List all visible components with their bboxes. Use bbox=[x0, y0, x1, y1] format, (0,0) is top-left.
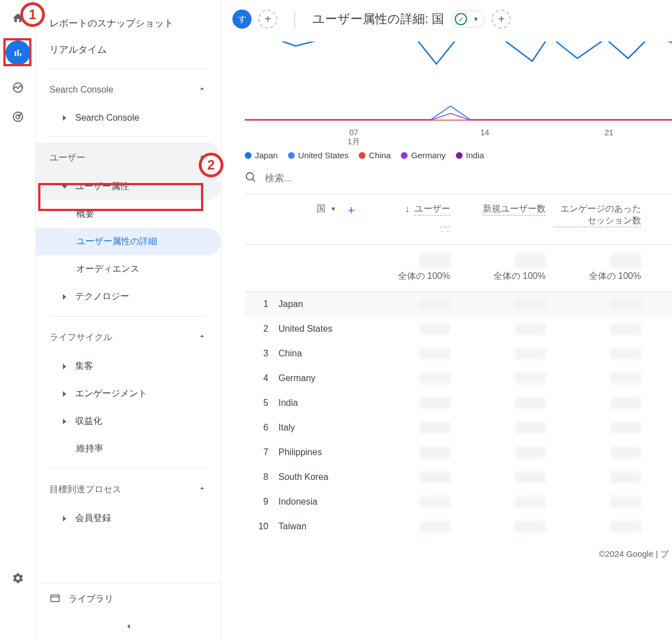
home-icon[interactable] bbox=[11, 11, 25, 25]
divider bbox=[294, 11, 295, 28]
settings-icon[interactable] bbox=[11, 571, 25, 585]
advertising-icon[interactable] bbox=[11, 110, 25, 123]
sidebar-item-audience[interactable]: オーディエンス bbox=[36, 255, 221, 283]
dimension-header[interactable]: 国 ▼ + bbox=[245, 203, 363, 235]
explore-icon[interactable] bbox=[11, 81, 25, 94]
caret-right-icon bbox=[63, 364, 66, 369]
sidebar-item-retention[interactable]: 維持率 bbox=[36, 435, 221, 463]
redacted-value bbox=[610, 299, 641, 310]
add-comparison-button[interactable]: + bbox=[492, 10, 511, 29]
sidebar-item-label: 収益化 bbox=[75, 415, 102, 427]
redacted-value bbox=[610, 422, 641, 433]
chevron-up-icon bbox=[197, 150, 207, 165]
table-row[interactable]: 2United States bbox=[245, 317, 672, 341]
row-index: 4 bbox=[245, 373, 278, 383]
table-row[interactable]: 9Indonesia bbox=[245, 489, 672, 514]
row-country: Indonesia bbox=[278, 497, 363, 507]
sidebar-section-lifecycle[interactable]: ライフサイクル bbox=[36, 322, 221, 352]
row-country: China bbox=[278, 349, 363, 359]
add-segment-button[interactable]: + bbox=[258, 10, 277, 29]
column-label: ユーザー bbox=[414, 203, 450, 216]
chevron-down-icon: ▼ bbox=[470, 16, 481, 22]
redacted-value bbox=[610, 447, 641, 458]
caret-down-icon bbox=[62, 185, 67, 189]
library-icon bbox=[49, 592, 61, 606]
redacted-value bbox=[515, 447, 546, 458]
legend-item[interactable]: Germany bbox=[401, 150, 446, 160]
table-row[interactable]: 5India bbox=[245, 391, 672, 415]
legend-dot-icon bbox=[245, 152, 252, 159]
table-totals-row: 全体の 100% 全体の 100% 全体の 100% bbox=[245, 245, 672, 292]
footer: ©2024 Google | ブ bbox=[245, 539, 672, 570]
column-engaged[interactable]: エンゲージのあったセッション数 bbox=[554, 203, 649, 235]
chart-svg bbox=[245, 42, 672, 126]
caret-right-icon bbox=[63, 516, 66, 521]
sidebar-item-label: Search Console bbox=[75, 113, 139, 123]
line-chart: 07 1月 14 21 bbox=[245, 42, 672, 143]
sidebar-item-snapshot[interactable]: レポートのスナップショット bbox=[36, 10, 221, 36]
segment-badge[interactable]: す bbox=[232, 10, 252, 29]
table-row[interactable]: 8South Korea bbox=[245, 465, 672, 489]
table-row[interactable]: 7Philippines bbox=[245, 440, 672, 465]
redacted-value bbox=[515, 254, 546, 268]
redacted-value bbox=[610, 397, 641, 409]
row-index: 7 bbox=[245, 447, 278, 457]
table-row[interactable]: 10Taiwan bbox=[245, 514, 672, 539]
sidebar-section-search-console[interactable]: Search Console bbox=[36, 75, 221, 105]
collapse-sidebar-button[interactable] bbox=[36, 615, 221, 641]
x-tick: 07 1月 bbox=[348, 128, 360, 147]
add-dimension-button[interactable]: + bbox=[348, 203, 355, 218]
table-row[interactable]: 6Italy bbox=[245, 415, 672, 440]
table-header: 国 ▼ + ↓ ユーザー - - 新規ユーザー数 bbox=[245, 194, 672, 245]
redacted-value bbox=[419, 348, 450, 359]
redacted-value bbox=[419, 447, 450, 458]
legend-item[interactable]: China bbox=[359, 150, 391, 160]
sidebar-item-monetization[interactable]: 収益化 bbox=[36, 408, 221, 435]
legend-label: United States bbox=[298, 150, 349, 160]
row-index: 5 bbox=[245, 398, 278, 408]
redacted-value bbox=[515, 521, 546, 532]
legend-item[interactable]: United States bbox=[288, 150, 349, 160]
row-country: Philippines bbox=[278, 447, 363, 457]
reports-icon[interactable] bbox=[6, 40, 30, 65]
column-label: 新規ユーザー数 bbox=[483, 203, 546, 216]
legend-label: Germany bbox=[411, 150, 446, 160]
x-tick: 14 bbox=[481, 128, 490, 137]
sidebar-item-signup[interactable]: 会員登録 bbox=[36, 505, 221, 532]
search-bar bbox=[245, 160, 672, 194]
sidebar-item-user-attr-detail[interactable]: ユーザー属性の詳細 bbox=[36, 228, 221, 255]
sidebar-item-technology[interactable]: テクノロジー bbox=[36, 283, 221, 310]
sidebar-item-label: エンゲージメント bbox=[75, 388, 147, 400]
sidebar-library[interactable]: ライブラリ bbox=[36, 583, 221, 615]
sidebar-section-label: ライフサイクル bbox=[49, 332, 112, 344]
table-row[interactable]: 4Germany bbox=[245, 366, 672, 391]
column-users[interactable]: ↓ ユーザー - - bbox=[363, 203, 458, 235]
table-row[interactable]: 1Japan bbox=[245, 292, 672, 317]
redacted-value bbox=[419, 299, 450, 310]
redacted-value bbox=[515, 471, 546, 483]
sidebar-item-acquisition[interactable]: 集客 bbox=[36, 352, 221, 380]
sidebar-item-overview[interactable]: 概要 bbox=[36, 200, 221, 228]
sidebar-item-realtime[interactable]: リアルタイム bbox=[36, 36, 221, 63]
chevron-down-icon: ▼ bbox=[330, 205, 336, 212]
column-new-users[interactable]: 新規ユーザー数 bbox=[458, 203, 554, 235]
sidebar-item-user-attr[interactable]: ユーザー属性 bbox=[36, 173, 221, 200]
table-row[interactable]: 3China bbox=[245, 341, 672, 366]
report-sidebar: レポートのスナップショット リアルタイム Search Console Sear… bbox=[36, 0, 221, 641]
legend-dot-icon bbox=[359, 152, 365, 159]
legend-item[interactable]: Japan bbox=[245, 150, 278, 160]
legend-item[interactable]: India bbox=[456, 150, 484, 160]
search-input[interactable] bbox=[265, 173, 672, 184]
redacted-value bbox=[419, 397, 450, 409]
sidebar-section-funnel[interactable]: 目標到達プロセス bbox=[36, 474, 221, 505]
status-pill[interactable]: ✓ ▼ bbox=[451, 11, 485, 28]
sidebar-item-search-console[interactable]: Search Console bbox=[36, 105, 221, 131]
chevron-up-icon bbox=[197, 330, 207, 345]
redacted-value bbox=[419, 422, 450, 433]
x-tick: 21 bbox=[605, 128, 614, 137]
sidebar-item-engagement[interactable]: エンゲージメント bbox=[36, 380, 221, 408]
total-label: 全体の 100% bbox=[589, 271, 641, 282]
sidebar-section-user[interactable]: ユーザー bbox=[36, 143, 221, 173]
row-index: 10 bbox=[245, 521, 278, 532]
row-country: Italy bbox=[278, 423, 363, 433]
